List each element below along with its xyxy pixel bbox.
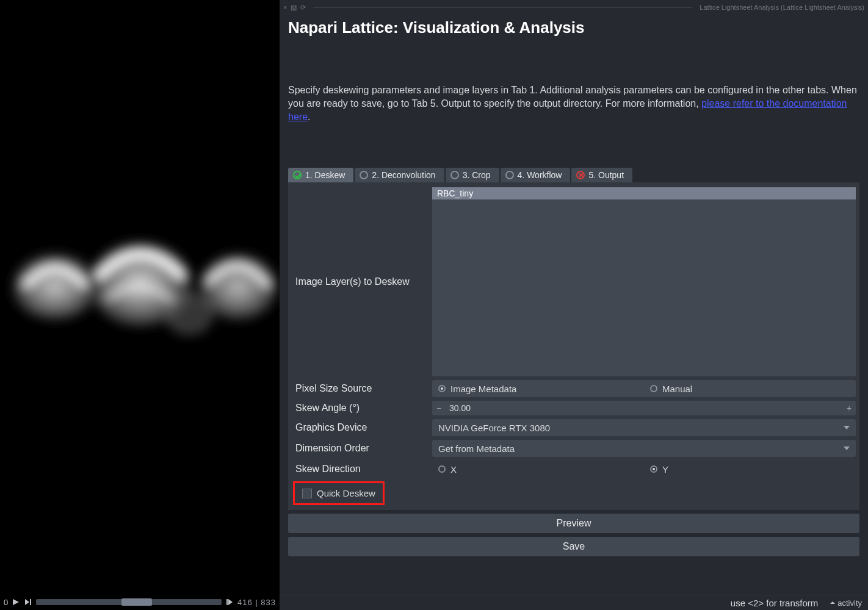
circle-icon: [360, 171, 368, 179]
radio-label: Image Metadata: [450, 384, 516, 394]
pixel-size-radio: Image Metadata Manual: [432, 380, 856, 397]
select-value: NVIDIA GeForce RTX 3080: [438, 423, 844, 433]
chevron-down-icon: [844, 447, 850, 450]
radio-label: Y: [662, 464, 668, 475]
chevron-down-icon: [844, 426, 850, 429]
slider-index: 0: [4, 598, 8, 607]
svg-marker-8: [228, 599, 233, 605]
radio-x[interactable]: X: [432, 464, 644, 475]
float-icon[interactable]: ▧: [291, 4, 297, 12]
slider-thumb[interactable]: [121, 598, 152, 606]
microscopy-image: [0, 183, 280, 354]
skew-angle-label: Skew Angle (°): [292, 401, 432, 415]
image-canvas[interactable]: [0, 0, 280, 594]
check-icon: [293, 171, 302, 179]
svg-point-3: [165, 293, 214, 336]
tab-label: 5. Output: [588, 170, 624, 180]
slider-count: 416 | 833: [237, 598, 276, 607]
tab-label: 4. Workflow: [518, 170, 562, 180]
radio-image-metadata[interactable]: Image Metadata: [432, 384, 644, 394]
plugin-title: Napari Lattice: Visualization & Analysis: [288, 18, 864, 37]
increment-button[interactable]: +: [842, 403, 856, 413]
tab-body: Image Layer(s) to Deskew RBC_tiny Pixel …: [288, 182, 859, 510]
skew-angle-value[interactable]: 30.00: [446, 403, 842, 413]
pixel-size-label: Pixel Size Source: [292, 380, 432, 397]
quick-deskew-highlight: Quick Deskew: [293, 481, 385, 505]
activity-label: activity: [837, 598, 862, 608]
step-end-button[interactable]: [225, 598, 234, 606]
skew-direction-radio: X Y: [432, 461, 856, 478]
close-icon[interactable]: ×: [283, 4, 287, 11]
step-forward-button[interactable]: [24, 598, 32, 606]
status-hint: use <2> for transform: [731, 598, 818, 608]
quick-deskew-checkbox[interactable]: Quick Deskew: [297, 484, 380, 502]
tab-label: 3. Crop: [463, 170, 491, 180]
status-bar: use <2> for transform activity: [280, 595, 868, 610]
save-button[interactable]: Save: [288, 537, 859, 556]
layer-item[interactable]: RBC_tiny: [432, 187, 856, 199]
tab-output[interactable]: 5. Output: [571, 168, 632, 182]
gpu-select[interactable]: NVIDIA GeForce RTX 3080: [432, 419, 856, 436]
tab-crop[interactable]: 3. Crop: [446, 168, 499, 182]
svg-marker-5: [25, 599, 29, 605]
dim-order-select[interactable]: Get from Metadata: [432, 440, 856, 457]
radio-icon: [438, 465, 446, 473]
gpu-label: Graphics Device: [292, 419, 432, 436]
radio-manual[interactable]: Manual: [644, 384, 856, 394]
checkbox-label: Quick Deskew: [317, 488, 375, 498]
skew-direction-label: Skew Direction: [292, 461, 432, 478]
tab-deconvolution[interactable]: 2. Deconvolution: [355, 168, 444, 182]
dock-title: Lattice Lightsheet Analysis (Lattice Lig…: [700, 4, 864, 11]
chevron-up-icon: [830, 600, 835, 605]
svg-marker-4: [13, 599, 19, 605]
layer-list[interactable]: RBC_tiny: [432, 187, 856, 376]
radio-label: X: [450, 464, 457, 475]
plugin-pane: × ▧ ⟳ Lattice Lightsheet Analysis (Latti…: [280, 0, 868, 610]
dims-slider-row: 0 416 | 833: [0, 594, 280, 610]
dim-order-label: Dimension Order: [292, 440, 432, 457]
tabs: 1. Deskew 2. Deconvolution 3. Crop 4. Wo…: [288, 168, 864, 182]
select-value: Get from Metadata: [438, 443, 844, 454]
circle-icon: [505, 171, 514, 179]
dock-header: × ▧ ⟳ Lattice Lightsheet Analysis (Latti…: [283, 2, 864, 12]
tab-deskew[interactable]: 1. Deskew: [288, 168, 353, 182]
viewer-pane: 0 416 | 833: [0, 0, 280, 610]
svg-rect-6: [30, 599, 31, 605]
radio-y[interactable]: Y: [644, 464, 856, 475]
tab-label: 1. Deskew: [305, 170, 345, 180]
reset-icon[interactable]: ⟳: [300, 4, 306, 12]
svg-rect-7: [226, 599, 228, 605]
layers-label: Image Layer(s) to Deskew: [292, 187, 432, 376]
skew-angle-input[interactable]: − 30.00 +: [432, 401, 856, 415]
preview-button[interactable]: Preview: [288, 514, 859, 533]
tab-label: 2. Deconvolution: [372, 170, 435, 180]
svg-marker-9: [830, 601, 835, 604]
tab-workflow[interactable]: 4. Workflow: [501, 168, 571, 182]
decrement-button[interactable]: −: [432, 403, 446, 413]
activity-toggle[interactable]: activity: [830, 598, 862, 608]
radio-label: Manual: [662, 384, 692, 394]
radio-icon: [650, 385, 657, 392]
circle-icon: [450, 171, 459, 179]
plugin-description: Specify deskewing parameters and image l…: [288, 84, 859, 124]
error-icon: [576, 171, 585, 179]
radio-icon: [650, 465, 657, 473]
play-button[interactable]: [12, 598, 20, 606]
radio-icon: [438, 385, 446, 392]
dims-slider[interactable]: [36, 599, 222, 605]
checkbox-icon: [302, 489, 312, 498]
